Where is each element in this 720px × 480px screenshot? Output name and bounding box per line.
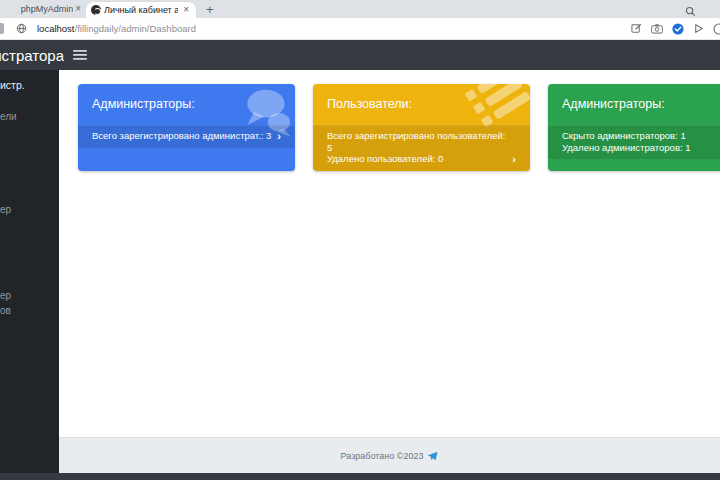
page-footer: Разработано ©2023 <box>59 437 720 473</box>
card-title: Пользователи: <box>327 97 412 111</box>
collections-icon[interactable] <box>713 23 720 35</box>
site-favicon-icon <box>91 5 101 15</box>
navbar-brand[interactable]: Личный кабинет администратора <box>0 47 64 64</box>
main-content: Администраторы: Всего зарегистрировано а… <box>59 70 720 473</box>
tab-search-icon[interactable] <box>685 3 696 21</box>
card-stat-line: Удалено пользователей: 0 <box>327 153 512 165</box>
address-bar[interactable]: localhost/fillingdaily/admin/Dashboard <box>0 18 720 40</box>
stat-card-admins-status: Администраторы: Скрыто администраторов: … <box>548 84 720 171</box>
url-host: localhost <box>37 23 75 34</box>
tab-phpmyadmin[interactable]: phpMyAdmin × <box>0 0 86 18</box>
chevron-right-icon[interactable]: › <box>277 131 281 142</box>
card-footer-link[interactable]: Скрыто администраторов: 1 Удалено админи… <box>548 125 720 159</box>
card-title: Администраторы: <box>92 97 195 111</box>
telegram-icon[interactable] <box>427 451 438 461</box>
window-bottom-strip <box>0 473 720 480</box>
card-footer-link[interactable]: Всего зарегистрировано пользователей: 5 … <box>313 125 530 171</box>
sidebar-item[interactable]: ов <box>0 305 11 316</box>
sidebar: истр. ели ер ер ов <box>0 70 59 473</box>
screenshot-camera-icon[interactable] <box>651 24 663 34</box>
tab-title: Личный кабинет администратора <box>104 5 178 15</box>
card-stat-line: Удалено администраторов: 1 <box>562 142 691 154</box>
browser-window: phpMyAdmin × Личный кабинет администрато… <box>0 0 720 480</box>
edit-icon[interactable] <box>631 23 642 34</box>
close-tab-icon[interactable]: × <box>181 5 191 15</box>
browser-toolbar-icons <box>631 23 720 35</box>
chevron-right-icon[interactable]: › <box>512 154 516 165</box>
globe-icon <box>16 23 27 34</box>
app-navbar: Личный кабинет администратора <box>0 40 720 70</box>
url-text[interactable]: localhost/fillingdaily/admin/Dashboard <box>37 23 196 34</box>
card-footer-link[interactable]: Всего зарегистрировано администрат.: 3 › <box>78 125 295 148</box>
turbo-play-icon[interactable] <box>693 23 704 34</box>
url-path: /fillingdaily/admin/Dashboard <box>75 23 196 34</box>
sidebar-item[interactable]: истр. <box>0 79 25 91</box>
stat-card-admins: Администраторы: Всего зарегистрировано а… <box>78 84 295 171</box>
extension-icon[interactable] <box>0 23 4 34</box>
protect-check-icon[interactable] <box>672 23 684 35</box>
tab-strip: phpMyAdmin × Личный кабинет администрато… <box>0 0 720 18</box>
page-body: истр. ели ер ер ов Ад <box>0 70 720 473</box>
sidebar-item[interactable]: ер <box>0 290 11 301</box>
card-stat-line: Скрыто администраторов: 1 <box>562 130 691 142</box>
tab-title: phpMyAdmin <box>21 4 74 14</box>
card-stat-line: Всего зарегистрировано администрат.: 3 <box>92 130 271 142</box>
sidebar-toggle-hamburger-icon[interactable] <box>73 49 87 61</box>
stat-card-users: Пользователи: Всего зарегистрировано пол… <box>313 84 530 171</box>
card-title: Администраторы: <box>562 97 665 111</box>
sidebar-item[interactable]: ер <box>0 204 11 215</box>
new-tab-button[interactable]: + <box>204 2 216 18</box>
card-stat-line: Всего зарегистрировано пользователей: 5 <box>327 130 512 153</box>
close-tab-icon[interactable]: × <box>73 4 83 14</box>
sidebar-item[interactable]: ели <box>0 111 17 122</box>
tab-admin-dashboard[interactable]: Личный кабинет администратора × <box>86 2 196 18</box>
footer-text: Разработано ©2023 <box>341 451 424 461</box>
stat-cards-row: Администраторы: Всего зарегистрировано а… <box>78 84 720 171</box>
